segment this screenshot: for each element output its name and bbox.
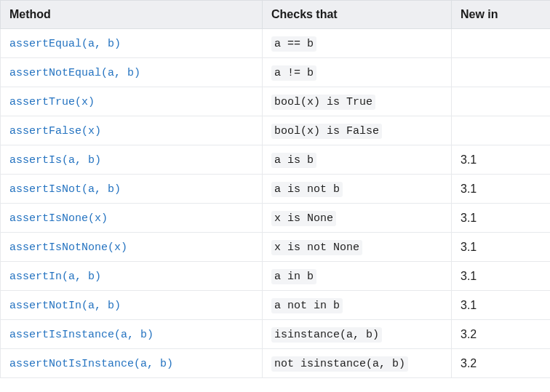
check-expression: not isinstance(a, b) — [271, 356, 408, 372]
cell-checks: a in b — [263, 262, 452, 291]
cell-method: assertIsNot(a, b) — [1, 175, 263, 204]
cell-checks: a not in b — [263, 291, 452, 320]
cell-method: assertEqual(a, b) — [1, 29, 263, 58]
method-link[interactable]: assertIn(a, b) — [9, 271, 101, 283]
check-expression: a == b — [271, 36, 316, 52]
cell-checks: isinstance(a, b) — [263, 320, 452, 349]
check-expression: isinstance(a, b) — [271, 327, 382, 343]
table-row: assertIsInstance(a, b)isinstance(a, b)3.… — [1, 320, 551, 349]
method-link[interactable]: assertIsNone(x) — [9, 212, 108, 225]
cell-new-in — [452, 116, 551, 145]
table-row: assertTrue(x)bool(x) is True — [1, 87, 551, 116]
method-link[interactable]: assertNotEqual(a, b) — [9, 67, 140, 79]
method-link[interactable]: assertFalse(x) — [9, 125, 101, 137]
check-expression: bool(x) is True — [271, 95, 375, 110]
cell-new-in — [452, 58, 551, 87]
table-row: assertEqual(a, b)a == b — [1, 29, 551, 58]
cell-new-in: 3.1 — [452, 233, 551, 262]
method-link[interactable]: assertTrue(x) — [9, 96, 95, 108]
table-row: assertIsNot(a, b)a is not b3.1 — [1, 175, 551, 204]
cell-checks: bool(x) is False — [263, 116, 452, 145]
cell-new-in: 3.1 — [452, 175, 551, 204]
cell-method: assertIn(a, b) — [1, 262, 263, 291]
cell-method: assertFalse(x) — [1, 116, 263, 145]
cell-new-in: 3.1 — [452, 262, 551, 291]
cell-method: assertIsInstance(a, b) — [1, 320, 263, 349]
method-link[interactable]: assertEqual(a, b) — [9, 38, 121, 50]
method-link[interactable]: assertNotIn(a, b) — [9, 300, 121, 312]
cell-checks: not isinstance(a, b) — [263, 349, 452, 378]
cell-checks: a == b — [263, 29, 452, 58]
header-new-in: New in — [452, 1, 551, 29]
cell-new-in — [452, 87, 551, 116]
cell-method: assertTrue(x) — [1, 87, 263, 116]
cell-method: assertNotIn(a, b) — [1, 291, 263, 320]
cell-checks: x is not None — [263, 233, 452, 262]
table-row: assertFalse(x)bool(x) is False — [1, 116, 551, 145]
cell-method: assertNotEqual(a, b) — [1, 58, 263, 87]
check-expression: a != b — [271, 65, 316, 81]
table-row: assertIn(a, b)a in b3.1 — [1, 262, 551, 291]
cell-checks: a is b — [263, 145, 452, 175]
cell-method: assertIs(a, b) — [1, 145, 263, 175]
check-expression: a is not b — [271, 182, 343, 197]
cell-method: assertNotIsInstance(a, b) — [1, 349, 263, 378]
table-row: assertNotEqual(a, b)a != b — [1, 58, 551, 87]
cell-new-in: 3.1 — [452, 145, 551, 175]
header-method: Method — [1, 1, 263, 29]
cell-checks: a != b — [263, 58, 452, 87]
check-expression: bool(x) is False — [271, 124, 382, 139]
cell-new-in: 3.1 — [452, 291, 551, 320]
table-row: assertNotIsInstance(a, b)not isinstance(… — [1, 349, 551, 378]
cell-checks: bool(x) is True — [263, 87, 452, 116]
table-row: assertIs(a, b)a is b3.1 — [1, 145, 551, 175]
table-row: assertIsNone(x)x is None3.1 — [1, 204, 551, 233]
cell-new-in: 3.2 — [452, 349, 551, 378]
table-row: assertNotIn(a, b)a not in b3.1 — [1, 291, 551, 320]
cell-new-in — [452, 29, 551, 58]
assert-methods-table: Method Checks that New in assertEqual(a,… — [0, 0, 550, 378]
table-header-row: Method Checks that New in — [1, 1, 551, 29]
check-expression: a not in b — [271, 298, 343, 313]
cell-new-in: 3.2 — [452, 320, 551, 349]
cell-checks: x is None — [263, 204, 452, 233]
check-expression: a in b — [271, 269, 316, 284]
cell-method: assertIsNotNone(x) — [1, 233, 263, 262]
header-checks: Checks that — [263, 1, 452, 29]
method-link[interactable]: assertIsNotNone(x) — [9, 241, 127, 254]
check-expression: x is not None — [271, 240, 362, 255]
check-expression: x is None — [271, 211, 336, 226]
method-link[interactable]: assertIs(a, b) — [9, 154, 101, 167]
cell-method: assertIsNone(x) — [1, 204, 263, 233]
check-expression: a is b — [271, 153, 316, 168]
cell-checks: a is not b — [263, 175, 452, 204]
method-link[interactable]: assertIsInstance(a, b) — [9, 329, 154, 341]
method-link[interactable]: assertIsNot(a, b) — [9, 183, 121, 196]
method-link[interactable]: assertNotIsInstance(a, b) — [9, 358, 173, 370]
cell-new-in: 3.1 — [452, 204, 551, 233]
table-row: assertIsNotNone(x)x is not None3.1 — [1, 233, 551, 262]
